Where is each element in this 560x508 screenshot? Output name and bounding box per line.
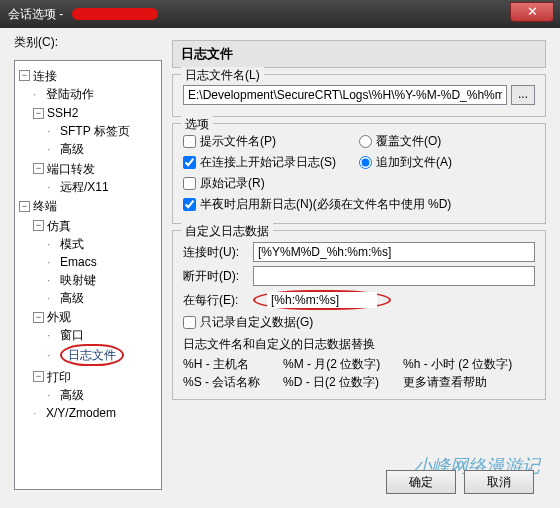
on-disconnect-label: 断开时(D): <box>183 268 253 285</box>
tree-node-sftp[interactable]: SFTP 标签页 <box>60 122 130 140</box>
titlebar: 会话选项 - ✕ <box>0 0 560 28</box>
tree-node-mapkeys[interactable]: 映射键 <box>60 271 96 289</box>
on-connect-input[interactable] <box>253 242 535 262</box>
window-close-button[interactable]: ✕ <box>510 2 554 22</box>
dialog-buttons: 确定 取消 <box>386 470 534 494</box>
browse-button[interactable]: ... <box>511 85 535 105</box>
window-title: 会话选项 - <box>8 6 63 23</box>
prompt-filename-label: 提示文件名(P) <box>200 133 276 150</box>
raw-log-label: 原始记录(R) <box>200 175 265 192</box>
on-disconnect-input[interactable] <box>253 266 535 286</box>
start-on-connect-checkbox[interactable] <box>183 156 196 169</box>
each-line-input[interactable] <box>267 292 377 308</box>
midnight-log-label: 半夜时启用新日志(N)(必须在文件名中使用 %D) <box>200 196 451 213</box>
tree-node-emulation[interactable]: 仿真 <box>47 217 71 235</box>
tree-node-adv3[interactable]: 高级 <box>60 386 84 404</box>
midnight-log-checkbox[interactable] <box>183 198 196 211</box>
each-line-highlight <box>253 290 391 310</box>
only-custom-label: 只记录自定义数据(G) <box>200 314 313 331</box>
tree-node-window[interactable]: 窗口 <box>60 326 84 344</box>
tree-toggle-icon[interactable]: − <box>33 163 44 174</box>
logfilename-input[interactable] <box>183 85 507 105</box>
tree-node-appearance[interactable]: 外观 <box>47 308 71 326</box>
tree-node-login[interactable]: 登陆动作 <box>46 85 94 103</box>
category-tree[interactable]: −连接 ·登陆动作 −SSH2 ·SFTP 标签页 ·高级 −端口转发 ·远程/… <box>14 60 162 490</box>
tree-node-print[interactable]: 打印 <box>47 368 71 386</box>
tree-toggle-icon[interactable]: − <box>33 220 44 231</box>
tree-toggle-icon[interactable]: − <box>19 70 30 81</box>
each-line-label: 在每行(E): <box>183 292 253 309</box>
tree-toggle-icon[interactable]: − <box>33 108 44 119</box>
append-radio[interactable] <box>359 156 372 169</box>
group-options-legend: 选项 <box>181 116 213 133</box>
dialog-content: −连接 ·登陆动作 −SSH2 ·SFTP 标签页 ·高级 −端口转发 ·远程/… <box>0 28 560 508</box>
category-label: 类别(C): <box>14 34 58 51</box>
close-icon: ✕ <box>527 4 538 19</box>
tree-toggle-icon[interactable]: − <box>33 371 44 382</box>
tree-node-mode[interactable]: 模式 <box>60 235 84 253</box>
prompt-filename-checkbox[interactable] <box>183 135 196 148</box>
tree-node-ssh2[interactable]: SSH2 <box>47 104 78 122</box>
tree-toggle-icon[interactable]: − <box>33 312 44 323</box>
tree-node-advanced[interactable]: 高级 <box>60 140 84 158</box>
cancel-button[interactable]: 取消 <box>464 470 534 494</box>
tree-node-remote[interactable]: 远程/X11 <box>60 178 109 196</box>
tree-toggle-icon[interactable]: − <box>19 201 30 212</box>
redaction-mark <box>72 8 158 20</box>
tree-node-emacs[interactable]: Emacs <box>60 253 97 271</box>
tree-node-portfwd[interactable]: 端口转发 <box>47 160 95 178</box>
group-filename: 日志文件名(L) ... <box>172 74 546 117</box>
only-custom-checkbox[interactable] <box>183 316 196 329</box>
tree-node-adv2[interactable]: 高级 <box>60 289 84 307</box>
substitution-help: 日志文件名和自定义的日志数据替换 %H - 主机名%M - 月(2 位数字)%h… <box>183 335 535 391</box>
on-connect-label: 连接时(U): <box>183 244 253 261</box>
group-filename-legend: 日志文件名(L) <box>181 67 264 84</box>
tree-node-connection[interactable]: 连接 <box>33 67 57 85</box>
start-on-connect-label: 在连接上开始记录日志(S) <box>200 154 336 171</box>
group-options: 选项 提示文件名(P) 覆盖文件(O) 在连接上开始记录日志(S) 追加到文件(… <box>172 123 546 224</box>
append-label: 追加到文件(A) <box>376 154 452 171</box>
group-custom: 自定义日志数据 连接时(U): 断开时(D): 在每行(E): 只记录自定义数据… <box>172 230 546 400</box>
overwrite-radio[interactable] <box>359 135 372 148</box>
overwrite-label: 覆盖文件(O) <box>376 133 441 150</box>
tree-node-logfile-selected[interactable]: 日志文件 <box>60 344 124 366</box>
panel-title: 日志文件 <box>172 40 546 68</box>
raw-log-checkbox[interactable] <box>183 177 196 190</box>
tree-node-terminal[interactable]: 终端 <box>33 197 57 215</box>
ok-button[interactable]: 确定 <box>386 470 456 494</box>
tree-node-zmodem[interactable]: X/Y/Zmodem <box>46 404 116 422</box>
group-custom-legend: 自定义日志数据 <box>181 223 273 240</box>
settings-panel: 日志文件 日志文件名(L) ... 选项 提示文件名(P) 覆盖文件(O) 在连… <box>172 40 546 454</box>
subst-header: 日志文件名和自定义的日志数据替换 <box>183 335 535 353</box>
